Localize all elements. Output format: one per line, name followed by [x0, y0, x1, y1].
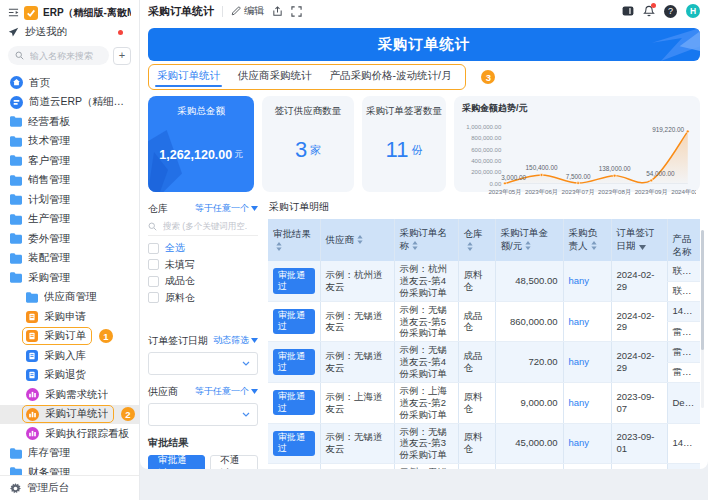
- copy-to-me-label: 抄送我的: [25, 25, 67, 39]
- owner-link[interactable]: hany: [569, 275, 590, 286]
- column-header[interactable]: 采购订单名称: [394, 219, 458, 261]
- option-label: 全选: [165, 241, 185, 255]
- fullscreen-button[interactable]: [291, 6, 302, 17]
- tab-item[interactable]: 产品采购价格-波动统计/月: [330, 67, 452, 87]
- sidebar-item[interactable]: 技术管理: [0, 132, 139, 152]
- supplier-filter-operator[interactable]: 等于任意一个: [195, 385, 258, 398]
- sidebar-item[interactable]: 供应商管理: [0, 288, 139, 308]
- checkbox[interactable]: [148, 259, 159, 270]
- checkbox[interactable]: [148, 276, 159, 287]
- search-icon: [148, 222, 157, 231]
- column-header[interactable]: 仓库: [458, 219, 495, 261]
- sidebar-item[interactable]: 采购入库: [0, 346, 139, 366]
- sidebar-item[interactable]: 采购需求统计: [0, 385, 139, 405]
- topnav-right: ? H: [622, 4, 700, 18]
- sidebar-search-row: +: [0, 42, 139, 71]
- sidebar-item[interactable]: 计划管理: [0, 190, 139, 210]
- warehouse-search[interactable]: [148, 217, 258, 236]
- sidebar-item-inner: 装配管理: [10, 251, 70, 265]
- copy-to-me-item[interactable]: 抄送我的: [0, 22, 139, 42]
- warehouse-search-input[interactable]: [161, 220, 249, 232]
- product-cell: 雷蛇键盘: [667, 321, 700, 341]
- column-header[interactable]: 采购负责人: [563, 219, 611, 261]
- tab-item[interactable]: 供应商采购统计: [238, 67, 312, 87]
- amount-cell: 860,000.00: [495, 301, 563, 342]
- chart-orange-icon: [26, 408, 39, 421]
- owner-link[interactable]: hany: [569, 397, 590, 408]
- approval-badge: 审批通过: [273, 268, 315, 294]
- product-cell: 联想硬盘: [667, 281, 700, 301]
- admin-console-item[interactable]: 管理后台: [0, 475, 139, 500]
- sidebar-item-label: 采购管理: [28, 271, 70, 285]
- notification-dot: [651, 3, 656, 8]
- supplier-filter-select[interactable]: [148, 403, 258, 426]
- amount-cell: 720.00: [495, 342, 563, 383]
- table-row: 审批通过示例：无锡道友云示例：无锡道友云-第4份采购订单成品仓720.00han…: [268, 342, 700, 362]
- sidebar-item[interactable]: 简道云ERP（精细版-离散MT...: [0, 93, 139, 113]
- add-button[interactable]: +: [113, 47, 131, 65]
- share-button[interactable]: [272, 6, 283, 17]
- sidebar-item[interactable]: 采购管理: [0, 268, 139, 288]
- warehouse-option[interactable]: 成品仓: [148, 273, 258, 290]
- sidebar-item[interactable]: 财务管理: [0, 463, 139, 475]
- owner-link[interactable]: hany: [569, 356, 590, 367]
- sidebar-item-label: 采购退货: [44, 368, 86, 382]
- sidebar: ERP（精细版-离散MTO） 抄送我的 + 首页简道云ERP（精细版-离散MT.…: [0, 0, 140, 500]
- notification-dot: [118, 30, 123, 35]
- column-header[interactable]: 供应商: [320, 219, 394, 261]
- column-header[interactable]: 审批结果: [268, 219, 320, 261]
- svg-text:2023年08月: 2023年08月: [598, 188, 631, 196]
- sidebar-item[interactable]: 采购订单统计2: [0, 405, 139, 425]
- sidebar-item[interactable]: 客户管理: [0, 151, 139, 171]
- edit-button[interactable]: 编辑: [231, 4, 264, 18]
- column-header[interactable]: 采购订单金额/元: [495, 219, 563, 261]
- sidebar-item[interactable]: 生产管理: [0, 210, 139, 230]
- table-scrollbar[interactable]: [701, 230, 704, 408]
- column-header[interactable]: 订单签订日期: [611, 219, 667, 261]
- date-filter-operator[interactable]: 动态筛选: [213, 334, 258, 347]
- sidebar-item[interactable]: 委外管理: [0, 229, 139, 249]
- approval-button[interactable]: 审批通过: [148, 455, 205, 469]
- sidebar-item[interactable]: 经营看板: [0, 112, 139, 132]
- sidebar-search-input[interactable]: [28, 50, 98, 62]
- sidebar-item[interactable]: 装配管理: [0, 249, 139, 269]
- approval-button[interactable]: 不通过: [210, 455, 258, 469]
- warehouse-option[interactable]: 原料仓: [148, 290, 258, 307]
- sidebar-search[interactable]: [8, 46, 109, 65]
- sidebar-item-inner: 采购退货: [26, 368, 86, 382]
- sidebar-item[interactable]: 采购申请: [0, 307, 139, 327]
- owner-link[interactable]: hany: [569, 316, 590, 327]
- warehouse-filter-operator[interactable]: 等于任意一个: [195, 202, 258, 215]
- sidebar-item[interactable]: 采购退货: [0, 366, 139, 386]
- collapse-sidebar-icon[interactable]: [8, 7, 19, 18]
- avatar[interactable]: H: [686, 4, 700, 18]
- stat-card: 采购订单签署数量11份: [362, 96, 446, 192]
- order-name-cell: 示例：杭州道友云-第4份采购订单: [394, 261, 458, 301]
- chart-title: 采购金额趋势/元: [462, 102, 696, 115]
- divider: [222, 6, 223, 17]
- product-column-header[interactable]: 产品名称: [667, 231, 700, 261]
- notifications-button[interactable]: [643, 5, 655, 17]
- owner-link[interactable]: hany: [569, 437, 590, 448]
- panel-toggle-icon[interactable]: [622, 5, 634, 17]
- sidebar-item[interactable]: 采购执行跟踪看板: [0, 424, 139, 444]
- gear-icon: [10, 483, 21, 494]
- warehouse-cell: 原料仓: [458, 423, 495, 464]
- annotation-box: 采购订单: [22, 327, 92, 345]
- folder-icon: [26, 292, 38, 303]
- help-button[interactable]: ?: [664, 5, 677, 18]
- warehouse-cell: 成品仓: [458, 301, 495, 342]
- warehouse-option[interactable]: 未填写: [148, 257, 258, 274]
- checkbox[interactable]: [148, 243, 159, 254]
- sidebar-item[interactable]: 销售管理: [0, 171, 139, 191]
- sidebar-item[interactable]: 采购订单1: [0, 327, 139, 347]
- sidebar-item-label: 库存管理: [28, 446, 70, 460]
- doc-blue-icon: [26, 350, 38, 362]
- checkbox[interactable]: [148, 292, 159, 303]
- approval-badge: 审批通过: [273, 431, 315, 457]
- sidebar-item[interactable]: 首页: [0, 73, 139, 93]
- sidebar-item[interactable]: 库存管理: [0, 444, 139, 464]
- date-filter-select[interactable]: [148, 352, 258, 375]
- tab-active[interactable]: 采购订单统计: [157, 67, 220, 87]
- warehouse-option[interactable]: 全选: [148, 240, 258, 257]
